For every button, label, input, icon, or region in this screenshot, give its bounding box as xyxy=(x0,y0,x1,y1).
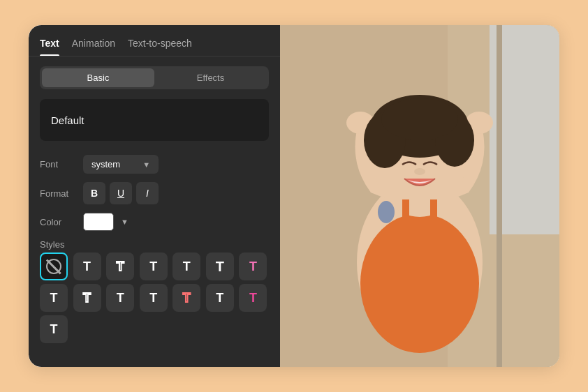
style-9[interactable]: T xyxy=(106,284,134,312)
text-preview-box: Default xyxy=(40,99,269,141)
style-5[interactable]: T xyxy=(206,252,234,280)
color-swatch[interactable] xyxy=(83,213,114,231)
format-label: Format xyxy=(40,188,76,199)
style-14[interactable]: T xyxy=(40,315,68,343)
style-6[interactable]: T xyxy=(239,252,267,280)
style-2[interactable]: T xyxy=(106,252,134,280)
style-t-icon: T xyxy=(149,259,157,274)
style-11[interactable]: T xyxy=(172,284,200,312)
italic-button[interactable]: I xyxy=(136,182,159,204)
style-8[interactable]: T xyxy=(73,284,101,312)
no-style-icon xyxy=(46,259,61,274)
font-select[interactable]: system ▼ xyxy=(83,155,159,174)
svg-rect-16 xyxy=(497,25,502,367)
style-none[interactable] xyxy=(40,252,68,280)
subtab-basic[interactable]: Basic xyxy=(42,68,154,87)
tab-bar: Text Animation Text-to-speech xyxy=(29,25,280,56)
font-label: Font xyxy=(40,159,76,169)
svg-point-11 xyxy=(381,98,458,140)
right-panel xyxy=(280,25,559,367)
style-t-icon: T xyxy=(50,291,58,306)
bold-button[interactable]: B xyxy=(83,182,105,204)
svg-point-13 xyxy=(378,201,395,223)
format-buttons: B U I xyxy=(83,182,159,204)
style-t-icon: T xyxy=(249,291,257,306)
style-t-icon: T xyxy=(216,291,223,306)
style-t-icon: T xyxy=(83,259,91,274)
svg-point-12 xyxy=(414,168,425,175)
style-1[interactable]: T xyxy=(73,252,101,280)
style-12[interactable]: T xyxy=(206,284,234,312)
style-t-icon: T xyxy=(149,291,157,306)
color-label: Color xyxy=(40,217,76,227)
style-t-icon: T xyxy=(117,259,124,274)
style-t-icon: T xyxy=(117,291,124,306)
styles-grid: T T T T T T T T T xyxy=(29,252,280,347)
style-t-icon: T xyxy=(183,291,191,306)
tab-text[interactable]: Text xyxy=(40,38,59,56)
photo-background xyxy=(280,25,559,367)
font-row: Font system ▼ xyxy=(29,151,280,178)
styles-label: Styles xyxy=(29,235,280,252)
subtab-bar: Basic Effects xyxy=(40,66,269,89)
tab-tts[interactable]: Text-to-speech xyxy=(128,38,192,56)
chevron-down-icon: ▼ xyxy=(142,160,150,169)
style-t-icon: T xyxy=(50,322,58,337)
style-t-icon: T xyxy=(183,259,191,274)
style-4[interactable]: T xyxy=(172,252,200,280)
style-3[interactable]: T xyxy=(140,252,168,280)
subtab-effects[interactable]: Effects xyxy=(154,68,267,87)
preview-text: Default xyxy=(51,114,84,126)
tab-animation[interactable]: Animation xyxy=(72,38,115,56)
style-t-icon: T xyxy=(249,259,257,274)
style-t-icon: T xyxy=(83,291,91,306)
font-value: system xyxy=(91,159,120,169)
left-panel: Text Animation Text-to-speech Basic Effe… xyxy=(29,25,280,367)
underline-button[interactable]: U xyxy=(110,182,132,204)
style-7[interactable]: T xyxy=(40,284,68,312)
svg-rect-15 xyxy=(430,199,437,220)
color-chevron-icon[interactable]: ▼ xyxy=(121,218,128,226)
color-row: Color ▼ xyxy=(29,209,280,235)
style-10[interactable]: T xyxy=(140,284,168,312)
svg-point-4 xyxy=(360,213,479,353)
style-13[interactable]: T xyxy=(239,284,267,312)
main-card: Text Animation Text-to-speech Basic Effe… xyxy=(29,25,559,367)
svg-rect-14 xyxy=(402,199,409,220)
photo-svg xyxy=(280,25,559,367)
format-row: Format B U I xyxy=(29,178,280,209)
style-t-icon: T xyxy=(216,259,224,275)
